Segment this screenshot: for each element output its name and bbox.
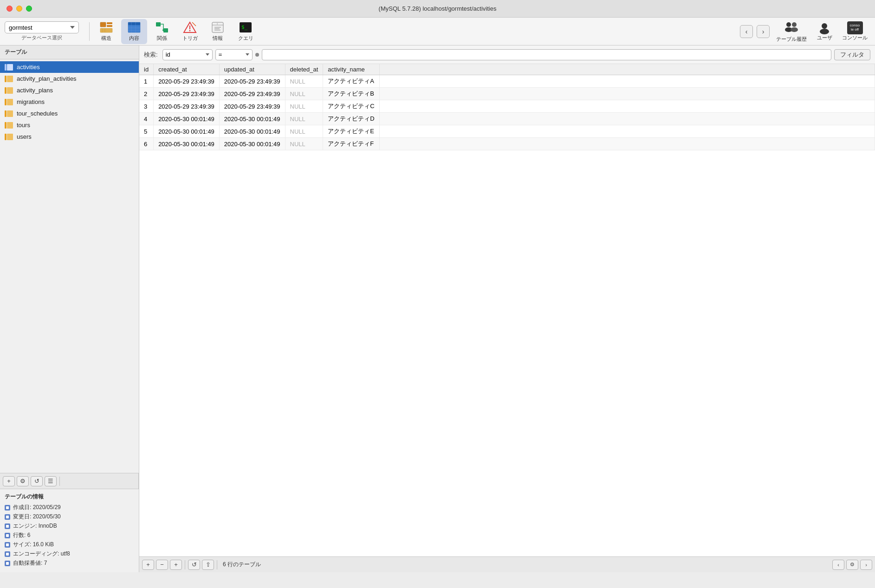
cell-id[interactable]: 3 <box>139 100 154 113</box>
sidebar-item-activity_plans[interactable]: activity_plans <box>0 84 139 96</box>
svg-point-18 <box>189 30 191 32</box>
cell-id[interactable]: 2 <box>139 88 154 100</box>
col-header-id[interactable]: id <box>139 64 154 75</box>
export-button[interactable]: ⇧ <box>202 560 214 570</box>
database-select[interactable]: gormtest <box>5 21 79 33</box>
cell-deleted_at[interactable]: NULL <box>285 113 323 125</box>
settings-icon-button[interactable]: ⚙ <box>846 560 858 570</box>
table-row[interactable]: 12020-05-29 23:49:392020-05-29 23:49:39N… <box>139 75 875 88</box>
close-button[interactable] <box>6 6 13 12</box>
toolbar-trigger-button[interactable]: トリガ <box>177 19 203 44</box>
refresh-sidebar-button[interactable]: ↺ <box>31 476 43 486</box>
cell-created_at[interactable]: 2020-05-29 23:49:39 <box>154 75 220 88</box>
table-row[interactable]: 52020-05-30 00:01:492020-05-30 00:01:49N… <box>139 125 875 138</box>
svg-point-15 <box>162 29 164 31</box>
table-icon <box>5 64 13 71</box>
cell-updated_at[interactable]: 2020-05-29 23:49:39 <box>219 100 285 113</box>
cell-deleted_at[interactable]: NULL <box>285 88 323 100</box>
remove-row-button[interactable]: − <box>156 560 168 570</box>
user-button[interactable]: ユーザ <box>813 20 836 42</box>
cell-id[interactable]: 5 <box>139 125 154 138</box>
toolbar-content-button[interactable]: 内容 <box>121 19 147 44</box>
cell-updated_at[interactable]: 2020-05-30 00:01:49 <box>219 113 285 125</box>
settings-button[interactable]: ⚙ <box>17 476 29 486</box>
cell-activity_name[interactable]: アクティビティA <box>323 75 379 88</box>
cell-deleted_at[interactable]: NULL <box>285 138 323 150</box>
sidebar-item-tour_schedules[interactable]: tour_schedules <box>0 108 139 119</box>
search-bar: 検索: id created_at updated_at deleted_at … <box>139 45 875 64</box>
cell-created_at[interactable]: 2020-05-30 00:01:49 <box>154 113 220 125</box>
svg-point-32 <box>820 29 829 34</box>
status-separator-1 <box>185 560 185 569</box>
window-title: (MySQL 5.7.28) localhost/gormtest/activi… <box>379 5 497 12</box>
sidebar-list: activitiesactivity_plan_activitiesactivi… <box>0 59 139 473</box>
cell-id[interactable]: 4 <box>139 113 154 125</box>
toolbar-query-button[interactable]: $_ クエリ <box>233 19 259 44</box>
cell-created_at[interactable]: 2020-05-29 23:49:39 <box>154 88 220 100</box>
cell-activity_name[interactable]: アクティビティC <box>323 100 379 113</box>
table-row[interactable]: 22020-05-29 23:49:392020-05-29 23:49:39N… <box>139 88 875 100</box>
filter-button[interactable]: フィルタ <box>834 49 870 60</box>
minimize-button[interactable] <box>16 6 22 12</box>
sidebar-item-users[interactable]: users <box>0 131 139 142</box>
sidebar-item-migrations[interactable]: migrations <box>0 96 139 108</box>
cell-activity_name[interactable]: アクティビティD <box>323 113 379 125</box>
cell-extra <box>379 113 875 125</box>
sidebar-item-tours[interactable]: tours <box>0 119 139 131</box>
table-body: 12020-05-29 23:49:392020-05-29 23:49:39N… <box>139 75 875 150</box>
sidebar-item-activity_plan_activities[interactable]: activity_plan_activities <box>0 73 139 84</box>
cell-deleted_at[interactable]: NULL <box>285 125 323 138</box>
cell-created_at[interactable]: 2020-05-29 23:49:39 <box>154 100 220 113</box>
search-input[interactable] <box>262 49 831 60</box>
table-icon <box>5 110 13 117</box>
cell-updated_at[interactable]: 2020-05-29 23:49:39 <box>219 88 285 100</box>
sidebar-item-label: activities <box>17 64 40 71</box>
svg-point-31 <box>822 23 827 29</box>
search-op-select[interactable]: = != LIKE > < <box>215 49 253 60</box>
fullscreen-button[interactable] <box>26 6 32 12</box>
toolbar-info-button[interactable]: i 情報 <box>205 19 231 44</box>
cell-created_at[interactable]: 2020-05-30 00:01:49 <box>154 138 220 150</box>
add-table-button[interactable]: + <box>3 476 15 486</box>
console-button[interactable]: console off コンソール <box>839 20 870 42</box>
row-count-label: 6 行のテーブル <box>223 561 261 569</box>
console-label: コンソール <box>842 34 868 41</box>
table-history-button[interactable]: テーブル履歴 <box>773 19 810 44</box>
cell-activity_name[interactable]: アクティビティB <box>323 88 379 100</box>
content-icon <box>127 21 142 34</box>
col-header-deleted_at[interactable]: deleted_at <box>285 64 323 75</box>
add-row-button[interactable]: + <box>142 560 154 570</box>
col-header-activity_name[interactable]: activity_name <box>323 64 379 75</box>
nav-prev-button[interactable]: ‹ <box>832 560 844 570</box>
table-row[interactable]: 62020-05-30 00:01:492020-05-30 00:01:49N… <box>139 138 875 150</box>
toolbar-relation-button[interactable]: 関係 <box>149 19 175 44</box>
nav-next-button[interactable]: › <box>860 560 872 570</box>
refresh-button[interactable]: ↺ <box>188 560 200 570</box>
search-label: 検索: <box>144 51 158 59</box>
cell-created_at[interactable]: 2020-05-30 00:01:49 <box>154 125 220 138</box>
cell-activity_name[interactable]: アクティビティF <box>323 138 379 150</box>
cell-updated_at[interactable]: 2020-05-29 23:49:39 <box>219 75 285 88</box>
duplicate-row-button[interactable]: + <box>170 560 182 570</box>
col-header-created_at[interactable]: created_at <box>154 64 220 75</box>
cell-deleted_at[interactable]: NULL <box>285 100 323 113</box>
search-field-select[interactable]: id created_at updated_at deleted_at acti… <box>162 49 213 60</box>
nav-back-button[interactable]: ‹ <box>740 25 753 38</box>
status-right: ‹ ⚙ › <box>832 560 872 570</box>
table-row[interactable]: 42020-05-30 00:01:492020-05-30 00:01:49N… <box>139 113 875 125</box>
info-row: 自動採番値: 7 <box>5 559 134 567</box>
toolbar-structure-button[interactable]: 構造 <box>93 19 119 44</box>
cell-updated_at[interactable]: 2020-05-30 00:01:49 <box>219 138 285 150</box>
sidebar-item-activities[interactable]: activities <box>0 61 139 73</box>
cell-id[interactable]: 1 <box>139 75 154 88</box>
user-label: ユーザ <box>817 34 832 41</box>
title-bar: (MySQL 5.7.28) localhost/gormtest/activi… <box>0 0 875 18</box>
filter-sidebar-button[interactable]: ☰ <box>45 476 57 486</box>
table-row[interactable]: 32020-05-29 23:49:392020-05-29 23:49:39N… <box>139 100 875 113</box>
cell-id[interactable]: 6 <box>139 138 154 150</box>
cell-deleted_at[interactable]: NULL <box>285 75 323 88</box>
col-header-updated_at[interactable]: updated_at <box>219 64 285 75</box>
nav-forward-button[interactable]: › <box>757 25 770 38</box>
cell-activity_name[interactable]: アクティビティE <box>323 125 379 138</box>
cell-updated_at[interactable]: 2020-05-30 00:01:49 <box>219 125 285 138</box>
